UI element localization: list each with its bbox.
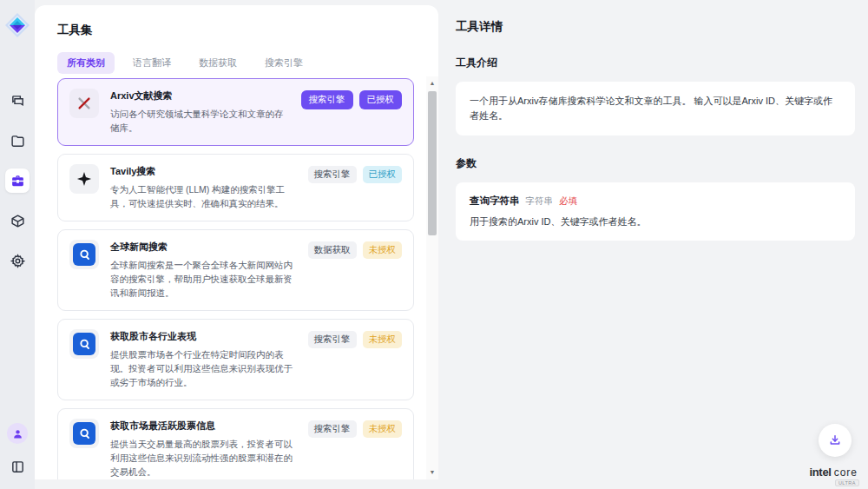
panel-layout-icon[interactable] xyxy=(5,454,30,479)
tool-category-badge: 数据获取 xyxy=(308,241,357,259)
cube-icon[interactable] xyxy=(5,208,30,233)
category-tab[interactable]: 数据获取 xyxy=(189,52,247,74)
tool-name: 获取股市各行业表现 xyxy=(110,330,297,343)
tool-badges: 数据获取 未授权 xyxy=(308,240,403,300)
param-row: 查询字符串 字符串 必填 用于搜索的Arxiv ID、关键字或作者姓名。 xyxy=(470,195,841,228)
news-search-icon xyxy=(73,333,95,355)
tool-icon xyxy=(69,419,99,448)
tool-category-badge: 搜索引擎 xyxy=(308,166,357,183)
app-window: 工具集 所有类别 语言翻译 数据获取 搜索引擎 xyxy=(0,0,868,489)
tool-badges: 搜索引擎 未授权 xyxy=(308,329,403,389)
user-avatar-icon[interactable] xyxy=(7,423,28,444)
tool-list-panel: 工具集 所有类别 语言翻译 数据获取 搜索引擎 xyxy=(35,5,438,479)
tool-auth-badge: 已授权 xyxy=(359,90,403,109)
detail-title: 工具详情 xyxy=(456,19,851,35)
params-card: 查询字符串 字符串 必填 用于搜索的Arxiv ID、关键字或作者姓名。 xyxy=(456,182,855,241)
ultra-badge: ULTRA xyxy=(835,479,859,486)
settings-gear-icon[interactable] xyxy=(5,248,30,273)
tool-desc: 提供股票市场各个行业在特定时间段内的表现。投资者可以利用这些信息来识别表现优于或… xyxy=(110,347,297,389)
tool-icon xyxy=(69,240,99,269)
tool-card[interactable]: 获取市场最活跃股票信息 提供当天交易量最高的股票列表，投资者可以利用这些信息来识… xyxy=(57,408,414,479)
scrollbar-up-arrow[interactable]: ▲ xyxy=(426,76,438,89)
tool-icon xyxy=(69,329,99,359)
tool-card[interactable]: 获取股市各行业表现 提供股票市场各个行业在特定时间段内的表现。投资者可以利用这些… xyxy=(57,319,414,400)
chat-icon[interactable] xyxy=(5,89,30,113)
tool-auth-badge: 未授权 xyxy=(363,420,403,438)
tool-list-title: 工具集 xyxy=(57,23,438,38)
tool-icon xyxy=(69,164,99,194)
tool-name: Tavily搜索 xyxy=(110,165,297,178)
tool-category-badge: 搜索引擎 xyxy=(308,420,357,438)
tool-list: Arxiv文献搜索 访问各个研究领域大量科学论文和文章的存储库。 搜索引擎 已授… xyxy=(35,75,438,479)
tool-card[interactable]: 全球新闻搜索 全球新闻搜索是一个聚合全球各大新闻网站内容的搜索引擎，帮助用户快速… xyxy=(57,229,414,311)
scrollbar-thumb[interactable] xyxy=(428,91,437,235)
category-tab[interactable]: 语言翻译 xyxy=(123,52,181,74)
tool-desc: 全球新闻搜索是一个聚合全球各大新闻网站内容的搜索引擎，帮助用户快速获取全球最新资… xyxy=(110,258,297,300)
tool-auth-badge: 未授权 xyxy=(363,241,403,259)
intel-core-logo: intel core ULTRA xyxy=(809,466,858,479)
intro-heading: 工具介绍 xyxy=(456,56,851,70)
news-search-icon xyxy=(73,422,95,445)
tool-badges: 搜索引擎 未授权 xyxy=(308,419,403,479)
intro-card: 一个用于从Arxiv存储库搜索科学论文和文章的工具。 输入可以是Arxiv ID… xyxy=(456,82,855,135)
app-logo-icon[interactable] xyxy=(4,12,30,38)
scrollbar[interactable]: ▲ ▼ xyxy=(426,76,438,479)
arxiv-x-icon xyxy=(69,89,99,118)
tool-category-badge: 搜索引擎 xyxy=(301,90,353,109)
tool-desc: 提供当天交易量最高的股票列表，投资者可以利用这些信息来识别流动性强的股票和潜在的… xyxy=(110,437,297,479)
params-list: 查询字符串 字符串 必填 用于搜索的Arxiv ID、关键字或作者姓名。 xyxy=(470,195,841,228)
param-name: 查询字符串 xyxy=(470,195,520,208)
tool-badges: 搜索引擎 已授权 xyxy=(301,89,403,135)
tool-name: Arxiv文献搜索 xyxy=(110,89,290,102)
tool-name: 全球新闻搜索 xyxy=(110,241,297,254)
intro-text: 一个用于从Arxiv存储库搜索科学论文和文章的工具。 输入可以是Arxiv ID… xyxy=(470,94,841,123)
folder-icon[interactable] xyxy=(5,129,30,153)
tavily-star-icon xyxy=(69,164,99,194)
download-button[interactable] xyxy=(819,424,852,457)
tool-badges: 搜索引擎 已授权 xyxy=(308,164,403,210)
tool-auth-badge: 已授权 xyxy=(363,166,403,183)
news-search-icon xyxy=(73,243,95,266)
tool-name: 获取市场最活跃股票信息 xyxy=(110,420,297,433)
params-heading: 参数 xyxy=(456,156,851,171)
param-required-badge: 必填 xyxy=(559,195,577,208)
param-type: 字符串 xyxy=(526,195,554,208)
tool-card[interactable]: Tavily搜索 专为人工智能代理 (LLM) 构建的搜索引擎工具，可快速提供实… xyxy=(57,154,414,221)
scrollbar-down-arrow[interactable]: ▼ xyxy=(426,466,438,478)
toolbox-icon[interactable] xyxy=(5,169,30,193)
category-tab[interactable]: 所有类别 xyxy=(57,52,115,74)
param-desc: 用于搜索的Arxiv ID、关键字或作者姓名。 xyxy=(470,215,841,228)
tool-icon xyxy=(69,89,99,118)
tool-category-badge: 搜索引擎 xyxy=(308,331,357,348)
tool-desc: 专为人工智能代理 (LLM) 构建的搜索引擎工具，可快速提供实时、准确和真实的结… xyxy=(110,182,297,210)
tool-auth-badge: 未授权 xyxy=(363,331,403,348)
download-icon xyxy=(828,433,842,447)
tool-detail-panel: 工具详情 工具介绍 一个用于从Arxiv存储库搜索科学论文和文章的工具。 输入可… xyxy=(438,0,868,489)
core-wordmark: core ULTRA xyxy=(834,466,858,479)
tool-desc: 访问各个研究领域大量科学论文和文章的存储库。 xyxy=(110,107,290,135)
intel-wordmark: intel xyxy=(809,466,831,479)
tool-card[interactable]: Arxiv文献搜索 访问各个研究领域大量科学论文和文章的存储库。 搜索引擎 已授… xyxy=(57,78,414,146)
category-tab[interactable]: 搜索引擎 xyxy=(255,52,312,74)
left-icon-rail xyxy=(0,0,35,489)
